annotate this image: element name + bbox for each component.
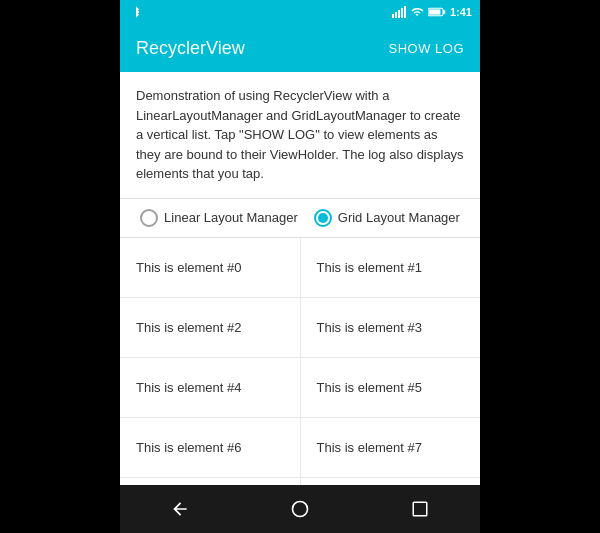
- app-bar: RecyclerView SHOW LOG: [120, 24, 480, 72]
- svg-rect-3: [401, 8, 403, 18]
- svg-rect-6: [429, 9, 440, 14]
- svg-rect-2: [398, 10, 400, 18]
- list-item[interactable]: This is element #0: [120, 238, 301, 297]
- back-icon: [170, 499, 190, 519]
- table-row[interactable]: This is element #6 This is element #7: [120, 418, 480, 478]
- status-bar-right: 1:41: [392, 6, 472, 18]
- table-row[interactable]: This is element #2 This is element #3: [120, 298, 480, 358]
- radio-linear-label: Linear Layout Manager: [164, 210, 298, 225]
- svg-rect-7: [443, 10, 445, 14]
- description-text: Demonstration of using RecyclerView with…: [120, 72, 480, 199]
- list-item[interactable]: This is element #1: [301, 238, 481, 297]
- signal-icon: [392, 6, 406, 18]
- radio-group: Linear Layout Manager Grid Layout Manage…: [120, 199, 480, 238]
- app-title: RecyclerView: [136, 38, 245, 59]
- svg-rect-0: [392, 14, 394, 18]
- svg-point-8: [293, 502, 308, 517]
- list-item[interactable]: This is element #9: [301, 478, 481, 486]
- table-row[interactable]: This is element #4 This is element #5: [120, 358, 480, 418]
- home-icon: [290, 499, 310, 519]
- radio-grid-label: Grid Layout Manager: [338, 210, 460, 225]
- recent-button[interactable]: [396, 485, 444, 533]
- status-bar-left: [128, 4, 144, 20]
- table-row[interactable]: This is element #8 This is element #9: [120, 478, 480, 486]
- phone-frame: 1:41 RecyclerView SHOW LOG Demonstration…: [120, 0, 480, 533]
- recent-icon: [411, 500, 429, 518]
- svg-rect-4: [404, 6, 406, 18]
- radio-grid-circle[interactable]: [314, 209, 332, 227]
- grid-list[interactable]: This is element #0 This is element #1 Th…: [120, 238, 480, 486]
- list-item[interactable]: This is element #6: [120, 418, 301, 477]
- list-item[interactable]: This is element #7: [301, 418, 481, 477]
- status-bar: 1:41: [120, 0, 480, 24]
- bluetooth-icon: [128, 4, 144, 20]
- wifi-icon: [410, 6, 424, 18]
- list-item[interactable]: This is element #2: [120, 298, 301, 357]
- radio-grid[interactable]: Grid Layout Manager: [314, 209, 460, 227]
- list-item[interactable]: This is element #5: [301, 358, 481, 417]
- list-item[interactable]: This is element #4: [120, 358, 301, 417]
- svg-rect-9: [413, 502, 427, 516]
- home-button[interactable]: [276, 485, 324, 533]
- list-item[interactable]: This is element #3: [301, 298, 481, 357]
- show-log-button[interactable]: SHOW LOG: [388, 41, 464, 56]
- battery-icon: [428, 6, 446, 18]
- list-item[interactable]: This is element #8: [120, 478, 301, 486]
- status-time: 1:41: [450, 6, 472, 18]
- radio-linear[interactable]: Linear Layout Manager: [140, 209, 298, 227]
- svg-rect-1: [395, 12, 397, 18]
- table-row[interactable]: This is element #0 This is element #1: [120, 238, 480, 298]
- radio-linear-circle[interactable]: [140, 209, 158, 227]
- back-button[interactable]: [156, 485, 204, 533]
- nav-bar: [120, 485, 480, 533]
